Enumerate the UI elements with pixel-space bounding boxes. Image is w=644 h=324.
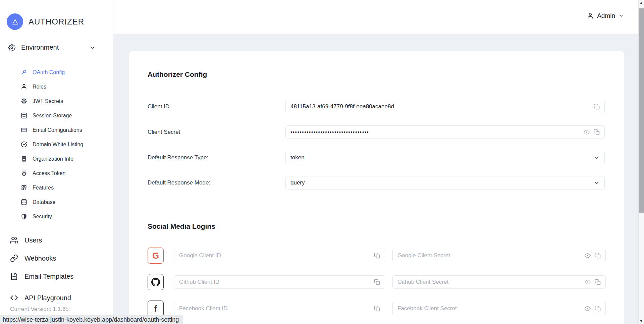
sidebar-mainnav: Users Webhooks Email Templates API Playg…	[0, 231, 113, 307]
brand[interactable]: AUTHORIZER	[7, 13, 84, 30]
database-icon	[21, 112, 27, 119]
response-mode-label: Default Response Mode:	[148, 179, 210, 186]
sidebar-item-webhooks[interactable]: Webhooks	[0, 249, 113, 267]
sidebar-item-roles[interactable]: Roles	[0, 79, 113, 94]
response-type-value: token	[290, 154, 305, 161]
code-icon	[10, 294, 18, 302]
copy-icon[interactable]	[374, 253, 380, 259]
scrollbar-up-arrow[interactable]	[640, 2, 643, 4]
sidebar-item-organization-info[interactable]: Organization Info	[0, 152, 113, 166]
topbar: Admin	[113, 0, 638, 34]
sidebar-item-oauth-config[interactable]: OAuth Config	[0, 65, 113, 79]
copy-icon[interactable]	[595, 306, 601, 312]
google-icon: G	[148, 248, 164, 264]
sidebar-item-users[interactable]: Users	[0, 231, 113, 249]
sidebar-section-environment[interactable]: Environment	[8, 44, 96, 51]
response-mode-select[interactable]: query	[285, 176, 605, 190]
chevron-down-icon	[594, 180, 600, 186]
scrollbar-down-arrow[interactable]	[640, 320, 643, 322]
check-circle-icon	[21, 141, 27, 148]
link-icon	[10, 254, 18, 262]
copy-icon[interactable]	[595, 279, 601, 285]
sidebar-item-api-playground[interactable]: API Playground	[0, 289, 113, 307]
vertical-scrollbar[interactable]	[638, 0, 644, 324]
github-client-secret-input[interactable]	[397, 279, 585, 285]
section-title-authorizer-config: Authorizer Config	[148, 70, 207, 78]
admin-label: Admin	[597, 12, 615, 19]
authorizer-logo-icon	[7, 13, 23, 30]
github-icon	[148, 274, 164, 290]
response-mode-value: query	[290, 179, 305, 186]
file-text-icon	[10, 272, 18, 280]
eye-icon[interactable]	[584, 129, 590, 135]
sidebar-item-features[interactable]: Features	[0, 180, 113, 195]
sidebar-item-database[interactable]: Database	[0, 195, 113, 209]
eye-icon[interactable]	[585, 253, 591, 259]
sidebar: AUTHORIZER Environment OAuth Config Role…	[0, 0, 113, 324]
environment-subnav: OAuth Config Roles JWT Secrets Session S…	[0, 65, 113, 224]
sidebar-item-session-storage[interactable]: Session Storage	[0, 108, 113, 123]
app-root: AUTHORIZER Environment OAuth Config Role…	[0, 0, 644, 324]
copy-icon[interactable]	[374, 279, 380, 285]
settings-card: Authorizer Config Client ID 48115a13-af6…	[129, 51, 624, 324]
sidebar-item-jwt-secrets[interactable]: JWT Secrets	[0, 94, 113, 108]
grid-plus-icon	[21, 184, 27, 191]
copy-icon[interactable]	[594, 104, 600, 110]
response-type-label: Default Response Type:	[148, 154, 208, 161]
provider-row-facebook: f	[148, 301, 606, 317]
environment-label: Environment	[21, 44, 59, 51]
client-secret-label: Client Secret	[148, 129, 180, 136]
copy-icon[interactable]	[595, 253, 601, 259]
sidebar-item-access-token[interactable]: Access Token	[0, 166, 113, 180]
user-icon	[587, 12, 594, 19]
facebook-icon: f	[148, 301, 164, 317]
client-secret-masked-value: ••••••••••••••••••••••••••••••••••	[290, 129, 369, 135]
eye-icon[interactable]	[585, 306, 591, 312]
gear-icon	[8, 44, 15, 51]
database-icon	[21, 199, 27, 205]
users-icon	[10, 236, 18, 244]
github-client-secret-field	[392, 275, 606, 289]
mail-icon	[21, 127, 27, 133]
github-client-id-input[interactable]	[179, 279, 374, 285]
sidebar-item-security[interactable]: Security	[0, 209, 113, 224]
facebook-client-secret-input[interactable]	[397, 305, 585, 312]
copy-icon[interactable]	[374, 306, 380, 312]
sidebar-item-domain-white-listing[interactable]: Domain White Listing	[0, 137, 113, 152]
unlock-icon	[21, 170, 27, 176]
brand-title: AUTHORIZER	[29, 17, 84, 26]
copy-icon[interactable]	[594, 129, 600, 135]
google-client-secret-input[interactable]	[397, 252, 585, 259]
client-id-field[interactable]: 48115a13-af69-4779-9f8f-eea80acaee8d	[285, 100, 605, 113]
chevron-down-icon	[594, 155, 600, 161]
client-id-value: 48115a13-af69-4779-9f8f-eea80acaee8d	[290, 103, 394, 110]
facebook-client-secret-field	[392, 302, 606, 315]
provider-row-google: G	[148, 248, 606, 264]
key-icon	[21, 69, 27, 75]
facebook-client-id-input[interactable]	[179, 305, 374, 312]
admin-menu[interactable]: Admin	[587, 12, 624, 19]
chevron-down-icon	[90, 45, 96, 51]
google-client-secret-field	[392, 249, 606, 262]
chevron-down-icon	[619, 13, 624, 18]
github-client-id-field	[174, 275, 385, 289]
shield-icon	[21, 213, 27, 220]
provider-row-github	[148, 274, 606, 290]
scrollbar-thumb[interactable]	[639, 8, 644, 213]
sidebar-item-email-configurations[interactable]: Email Configurations	[0, 123, 113, 137]
content-area: Authorizer Config Client ID 48115a13-af6…	[113, 34, 638, 324]
client-secret-field[interactable]: ••••••••••••••••••••••••••••••••••	[285, 125, 605, 139]
link-preview-statusbar: https://wise-terza-justin-koyeb.koyeb.ap…	[0, 315, 183, 324]
response-type-select[interactable]: token	[285, 151, 605, 164]
google-client-id-field	[174, 249, 385, 262]
facebook-client-id-field	[174, 302, 385, 315]
google-client-id-input[interactable]	[179, 252, 374, 259]
section-title-social-media-logins: Social Media Logins	[148, 222, 215, 230]
sidebar-item-email-templates[interactable]: Email Templates	[0, 267, 113, 285]
client-id-label: Client ID	[148, 103, 169, 110]
building-icon	[21, 156, 27, 162]
eye-icon[interactable]	[585, 279, 591, 285]
user-icon	[21, 84, 27, 90]
current-version: Current Version: 1.1.65	[10, 306, 69, 313]
burst-icon	[21, 98, 27, 104]
